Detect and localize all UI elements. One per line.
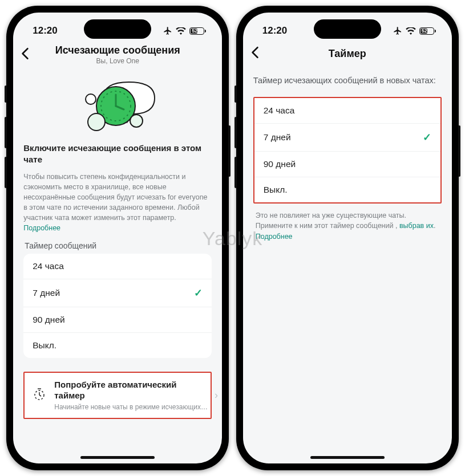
- home-indicator[interactable]: [310, 456, 385, 459]
- option-label: 24 часа: [33, 261, 64, 271]
- back-button[interactable]: [21, 47, 37, 62]
- screen-left: 12:20 52 Исчезающие сообщения Вы, Love O…: [13, 13, 222, 463]
- timer-option[interactable]: 7 дней✓: [23, 279, 212, 307]
- lead-text: Таймер исчезающих сообщений в новых чата…: [253, 75, 442, 87]
- home-indicator[interactable]: [80, 456, 155, 459]
- auto-timer-title: Попробуйте автоматический таймер: [54, 380, 208, 401]
- side-button: [5, 157, 7, 188]
- timer-option[interactable]: 7 дней✓: [254, 124, 440, 152]
- select-chats-link[interactable]: выбрав их: [399, 222, 434, 230]
- timer-section-label: Таймер сообщений: [25, 241, 212, 250]
- nav-bar: Исчезающие сообщения Вы, Love One: [13, 41, 222, 70]
- chevron-left-icon: [251, 46, 259, 59]
- battery-icon: 52: [419, 27, 436, 35]
- timer-options-list: 24 часа7 дней✓90 днейВыкл.: [23, 254, 212, 358]
- timer-option[interactable]: Выкл.: [254, 177, 440, 202]
- nav-bar: Таймер: [243, 41, 452, 67]
- page-title: Исчезающие сообщения: [37, 44, 198, 56]
- learn-more-link[interactable]: Подробнее: [256, 233, 293, 241]
- side-button: [234, 86, 237, 103]
- wifi-icon: [176, 27, 186, 35]
- chevron-left-icon: [21, 47, 29, 60]
- wifi-icon: [406, 27, 416, 35]
- side-button: [5, 86, 7, 103]
- footer-note: Это не повлияет на уже существующие чаты…: [253, 210, 442, 242]
- status-icons: 52: [393, 26, 436, 35]
- status-icons: 52: [163, 26, 206, 35]
- lead-text: Включите исчезающие сообщения в этом чат…: [23, 143, 212, 166]
- side-button: [458, 125, 460, 177]
- airplane-icon: [163, 26, 172, 35]
- learn-more-link[interactable]: Подробнее: [23, 224, 60, 232]
- checkmark-icon: ✓: [423, 131, 431, 144]
- dynamic-island: [84, 19, 151, 39]
- timer-option[interactable]: 24 часа: [254, 98, 440, 124]
- option-label: Выкл.: [264, 185, 288, 195]
- status-time: 12:20: [262, 25, 287, 36]
- svg-point-4: [88, 113, 105, 131]
- timer-option[interactable]: 90 дней: [23, 307, 212, 333]
- option-label: 24 часа: [264, 105, 295, 116]
- timer-dashed-icon: [33, 388, 46, 401]
- page-subtitle: Вы, Love One: [37, 57, 198, 65]
- option-label: Выкл.: [33, 340, 56, 351]
- disappearing-illustration: [23, 72, 212, 135]
- page-title: Таймер: [267, 48, 428, 60]
- airplane-icon: [393, 26, 402, 35]
- svg-point-5: [130, 115, 143, 127]
- battery-icon: 52: [189, 27, 206, 35]
- timer-options-list: 24 часа7 дней✓90 днейВыкл.: [253, 97, 442, 204]
- side-button: [234, 117, 237, 148]
- timer-option[interactable]: 90 дней: [254, 152, 440, 177]
- description-text: Чтобы повысить степень конфиденциальност…: [23, 172, 212, 234]
- side-button: [234, 157, 237, 188]
- screen-right: 12:20 52 Таймер Таймер исчезающих сообще…: [243, 13, 452, 463]
- checkmark-icon: ✓: [194, 287, 203, 299]
- auto-timer-subtitle: Начинайте новые чаты в режиме исчезающих…: [54, 403, 208, 411]
- timer-option[interactable]: 24 часа: [23, 254, 212, 279]
- option-label: 90 дней: [33, 315, 64, 325]
- status-time: 12:20: [33, 25, 57, 36]
- phone-left: 12:20 52 Исчезающие сообщения Вы, Love O…: [6, 6, 229, 470]
- svg-line-9: [39, 395, 41, 396]
- option-label: 7 дней: [33, 288, 60, 298]
- option-label: 7 дней: [264, 132, 291, 143]
- side-button: [5, 117, 7, 148]
- option-label: 90 дней: [264, 159, 296, 169]
- chevron-right-icon: ›: [215, 389, 218, 401]
- svg-point-6: [86, 94, 96, 104]
- back-button[interactable]: [251, 46, 267, 61]
- side-button: [228, 125, 231, 177]
- auto-timer-card[interactable]: Попробуйте автоматический таймер Начинай…: [23, 372, 212, 419]
- phone-right: 12:20 52 Таймер Таймер исчезающих сообще…: [236, 6, 459, 470]
- dynamic-island: [314, 19, 381, 39]
- timer-option[interactable]: Выкл.: [23, 333, 212, 358]
